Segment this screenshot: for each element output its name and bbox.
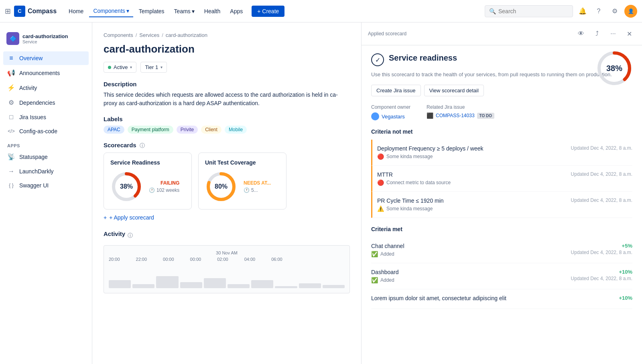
search-icon: 🔍 bbox=[489, 8, 496, 14]
scorecard-unit-test[interactable]: Unit Test Coverage 80% NEEDS AT... bbox=[198, 153, 286, 209]
criteria-1-date: Updated Dec 4, 2022, 8 a.m. bbox=[571, 145, 632, 151]
sidebar-item-dependencies[interactable]: ⚙ Dependencies bbox=[3, 96, 89, 110]
activity-section: Activity ⓘ 30 Nov AM 20:00 22:00 00:00 0… bbox=[104, 230, 350, 293]
jira-status-badge: TO DO bbox=[477, 113, 494, 119]
sidebar-item-launchdarkly[interactable]: → LaunchDarkly bbox=[3, 165, 89, 178]
label-privite[interactable]: Privite bbox=[177, 126, 198, 134]
status-chevron-icon: ▾ bbox=[130, 65, 132, 69]
error-icon: 🔴 bbox=[377, 179, 384, 186]
scorecard-2-status: NEEDS AT... bbox=[244, 180, 271, 186]
scorecards-title: Scorecards ⓘ bbox=[104, 142, 350, 149]
label-client[interactable]: Client bbox=[201, 126, 221, 134]
content-area: Components / Services / card-authorizati… bbox=[92, 22, 361, 364]
criteria-met-3-score: +10% bbox=[619, 295, 632, 301]
owner-avatar bbox=[371, 112, 379, 120]
tier-label: Tier 1 bbox=[145, 64, 158, 70]
view-scorecard-detail-button[interactable]: View scorecard detail bbox=[424, 85, 484, 96]
user-avatar[interactable]: 👤 bbox=[624, 5, 637, 18]
breadcrumb-components[interactable]: Components bbox=[104, 32, 133, 38]
labels-row: APAC Payment platform Privite Client Mob… bbox=[104, 126, 350, 134]
share-icon[interactable]: ⤴ bbox=[591, 27, 603, 40]
label-payment-platform[interactable]: Payment platform bbox=[128, 126, 173, 134]
nav-apps[interactable]: Apps bbox=[226, 6, 247, 17]
close-icon[interactable]: ✕ bbox=[623, 27, 636, 40]
scorecards-section: Scorecards ⓘ Service Readiness 38% bbox=[104, 142, 350, 221]
grid-icon[interactable]: ⊞ bbox=[5, 7, 11, 16]
logo[interactable]: C Compass bbox=[14, 6, 57, 17]
nav-home[interactable]: Home bbox=[65, 6, 87, 17]
sidebar-item-overview[interactable]: ≡ Overview bbox=[3, 51, 89, 65]
help-icon[interactable]: ? bbox=[592, 5, 605, 18]
activity-bars bbox=[109, 264, 345, 288]
criteria-met-2-name: Dashboard bbox=[371, 269, 399, 275]
criteria-met-1-message: Added bbox=[380, 251, 394, 257]
bar-5 bbox=[204, 278, 226, 288]
logo-icon: C bbox=[14, 6, 25, 17]
nav-components[interactable]: Components ▾ bbox=[89, 5, 133, 17]
scorecard-1-title: Service Readiness bbox=[110, 159, 185, 166]
criteria-3-name: PR Cycle Time ≤ 1920 min bbox=[377, 197, 444, 204]
sidebar-item-announcements[interactable]: 📢 Announcements bbox=[3, 66, 89, 80]
criteria-3-message: Some kinda message bbox=[386, 206, 433, 211]
status-badge[interactable]: Active ▾ bbox=[104, 62, 136, 73]
scorecard-2-percent: 80% bbox=[215, 183, 228, 190]
eye-icon[interactable]: 👁 bbox=[575, 27, 587, 40]
criteria-item-pr-cycle: PR Cycle Time ≤ 1920 min ⚠️ Some kinda m… bbox=[371, 192, 632, 218]
criteria-2-message: Connect metric to data source bbox=[386, 180, 451, 185]
label-apac[interactable]: APAC bbox=[104, 126, 124, 134]
nav-templates[interactable]: Templates bbox=[135, 6, 169, 17]
config-icon: </> bbox=[7, 128, 15, 134]
check-icon: ✅ bbox=[371, 251, 378, 257]
scorecard-2-weeks: 🕐 5... bbox=[244, 187, 271, 193]
panel-percent: 38% bbox=[606, 64, 622, 73]
search-box[interactable]: 🔍 bbox=[485, 5, 573, 17]
jira-badge[interactable]: ⬛ COMPASS-14033 TO DO bbox=[427, 112, 494, 119]
notifications-icon[interactable]: 🔔 bbox=[576, 5, 589, 18]
criteria-met-chat-channel: Chat channel ✅ Added +5% Updated Dec 4, … bbox=[371, 237, 632, 263]
label-mobile[interactable]: Mobile bbox=[225, 126, 247, 134]
nav-health[interactable]: Health bbox=[200, 6, 224, 17]
bar-3 bbox=[156, 276, 178, 288]
description-title: Description bbox=[104, 81, 350, 87]
create-jira-issue-button[interactable]: Create Jira issue bbox=[371, 85, 421, 96]
search-input[interactable] bbox=[498, 8, 569, 14]
panel-scorecard-icon: ✓ bbox=[371, 53, 384, 66]
criteria-met-2-message: Added bbox=[380, 277, 394, 283]
bar-6 bbox=[228, 284, 250, 288]
apply-scorecard-button[interactable]: + + Apply scorecard bbox=[104, 214, 350, 221]
sidebar-item-config-as-code[interactable]: </> Config-as-code bbox=[3, 125, 89, 138]
bar-8 bbox=[275, 286, 297, 288]
logo-text: Compass bbox=[28, 8, 57, 15]
scorecard-1-percent: 38% bbox=[120, 183, 133, 190]
scorecard-1-status: FAILING bbox=[149, 180, 179, 186]
create-button[interactable]: + Create bbox=[252, 6, 284, 17]
service-icon: 🔷 bbox=[6, 32, 19, 45]
swagger-icon: { } bbox=[7, 183, 15, 188]
sidebar-item-jira-issues[interactable]: □ Jira Issues bbox=[3, 110, 89, 124]
sidebar-service-header: 🔷 card-authorization Service bbox=[3, 29, 89, 48]
breadcrumb-services[interactable]: Services bbox=[139, 32, 159, 38]
plus-icon: + bbox=[104, 214, 107, 221]
scorecard-2-title: Unit Test Coverage bbox=[205, 159, 280, 166]
sidebar-item-activity[interactable]: ⚡ Activity bbox=[3, 81, 89, 95]
settings-icon[interactable]: ⚙ bbox=[608, 5, 621, 18]
dependencies-icon: ⚙ bbox=[7, 99, 15, 106]
panel-body: ✓ Service readiness 38% Us bbox=[362, 45, 642, 317]
component-owner-value[interactable]: Vegastars bbox=[371, 112, 410, 120]
sidebar-item-statuspage[interactable]: 📡 Statuspage bbox=[3, 150, 89, 164]
scorecard-service-readiness[interactable]: Service Readiness 38% FAILING bbox=[104, 153, 192, 209]
sidebar-item-swagger[interactable]: { } Swagger UI bbox=[3, 179, 89, 192]
chart-date-label: 30 Nov AM bbox=[109, 250, 345, 255]
criteria-met-title: Criteria met bbox=[371, 226, 632, 232]
bar-7 bbox=[251, 280, 273, 288]
criteria-met-dashboard: Dashboard ✅ Added +10% Updated Dec 4, 20… bbox=[371, 263, 632, 289]
activity-chart: 30 Nov AM 20:00 22:00 00:00 00:00 02:00 … bbox=[104, 245, 350, 293]
criteria-met-1-name: Chat channel bbox=[371, 243, 404, 249]
nav-teams[interactable]: Teams ▾ bbox=[170, 6, 199, 17]
criteria-2-name: MTTR bbox=[377, 171, 451, 178]
sidebar-service-name: card-authorization bbox=[22, 33, 68, 39]
scorecards-info-icon: ⓘ bbox=[140, 142, 145, 148]
more-icon[interactable]: ··· bbox=[607, 27, 620, 40]
criteria-item-mttr: MTTR 🔴 Connect metric to data source Upd… bbox=[371, 166, 632, 192]
tier-badge[interactable]: Tier 1 ▾ bbox=[140, 62, 167, 73]
